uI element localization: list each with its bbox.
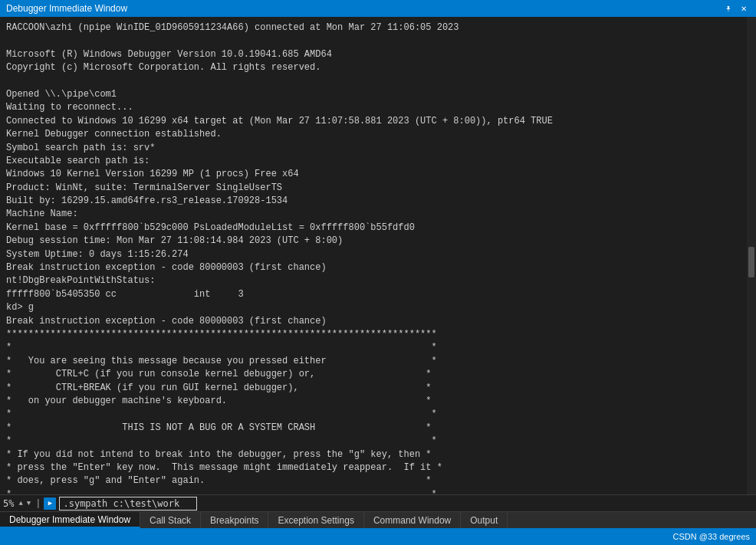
tab-bar: Debugger Immediate Window Call Stack Bre… xyxy=(0,511,756,528)
pin-button[interactable]: 🖈 xyxy=(722,2,735,15)
content-area: RACCOON\azhi (npipe WinIDE_01D9605911234… xyxy=(0,17,756,494)
arrow-up-btn[interactable]: ▲ xyxy=(17,499,24,508)
input-prefix: 5% xyxy=(3,498,14,509)
tab-command-window[interactable]: Command Window xyxy=(364,512,461,528)
tab-exception-settings[interactable]: Exception Settings xyxy=(268,512,363,528)
scrollbar-thumb[interactable] xyxy=(748,247,754,277)
title-bar-controls: 🖈 ✕ xyxy=(722,2,750,15)
scrollbar-track[interactable] xyxy=(747,17,756,494)
status-bar: CSDN @33 degrees xyxy=(0,528,756,545)
close-button[interactable]: ✕ xyxy=(738,2,750,15)
title-bar: Debugger Immediate Window 🖈 ✕ xyxy=(0,0,756,17)
command-input[interactable] xyxy=(59,497,197,511)
cmd-icon: ▶ xyxy=(44,497,56,510)
arrow-down-btn[interactable]: ▼ xyxy=(25,499,32,508)
window-title: Debugger Immediate Window xyxy=(6,3,127,14)
pipe-separator: | xyxy=(35,498,41,509)
tab-breakpoints[interactable]: Breakpoints xyxy=(201,512,268,528)
tab-call-stack[interactable]: Call Stack xyxy=(140,512,201,528)
tab-debugger-immediate[interactable]: Debugger Immediate Window xyxy=(0,512,140,528)
debugger-output: RACCOON\azhi (npipe WinIDE_01D9605911234… xyxy=(0,17,747,494)
tab-output[interactable]: Output xyxy=(461,512,508,528)
input-row: 5% ▲ ▼ | ▶ xyxy=(0,494,756,511)
input-arrows: ▲ ▼ xyxy=(17,499,32,508)
status-right: CSDN @33 degrees xyxy=(673,532,750,541)
